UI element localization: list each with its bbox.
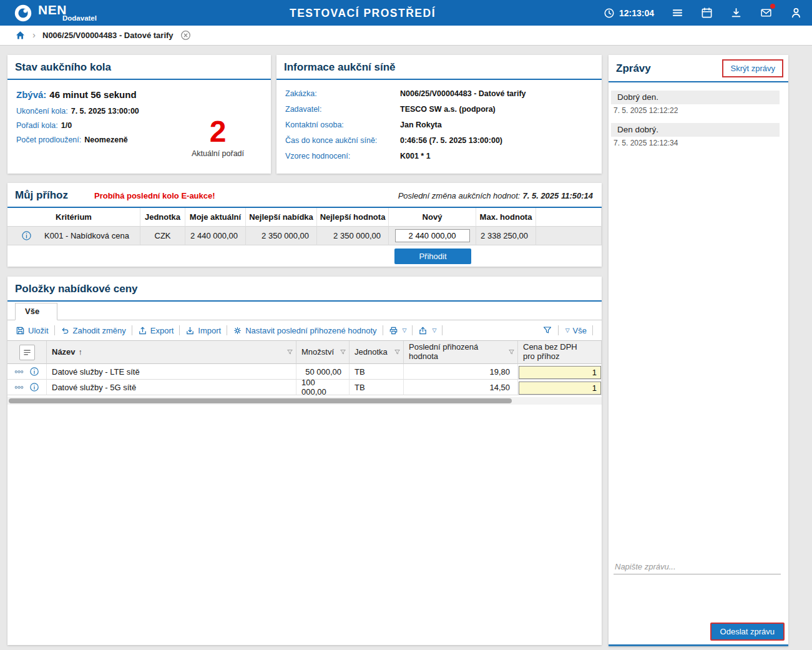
set-last-values-button[interactable]: Nastavit poslední přihozené hodnoty [231, 326, 378, 335]
gear-icon [233, 326, 242, 335]
auction-state-header: Stav aukčního kola [7, 55, 271, 80]
save-button[interactable]: Uložit [14, 326, 51, 335]
items-col-nazev[interactable]: Název ↑ [47, 341, 296, 364]
send-message-button[interactable]: Odeslat zprávu [710, 623, 785, 641]
nen-logo-icon [14, 4, 32, 22]
breadcrumb-separator: › [32, 29, 36, 40]
contracting-authority-field: Zadavatel: TESCO SW a.s. (podpora) [285, 105, 593, 114]
breadcrumb-item[interactable]: N006/25/V00004483 - Datové tarify [42, 31, 174, 40]
filter-funnel-icon[interactable] [286, 349, 293, 356]
item-price-input[interactable] [519, 366, 601, 379]
contract-value: N006/25/V00004483 - Datové tarify [400, 89, 526, 98]
user-role-label: Dodavatel [62, 14, 97, 22]
printer-icon [389, 326, 398, 335]
mail-icon[interactable] [760, 7, 773, 19]
toolbar-separator [442, 325, 443, 335]
info-icon[interactable] [21, 230, 32, 241]
filter-funnel-icon[interactable] [340, 349, 346, 356]
auction-info-title: Informace aukční síně [284, 61, 396, 74]
evaluation-formula-label: Vzorec hodnocení: [285, 152, 400, 160]
messages-header: Zprávy Skrýt zprávy [609, 55, 788, 82]
items-col-cena-bez-dph-label: Cena bez DPH pro příhoz [523, 343, 590, 362]
discard-changes-label: Zahodit změny [73, 326, 126, 335]
time-remaining: Zbývá:46 minut 56 sekund [16, 89, 262, 100]
auction-state-body: Zbývá:46 minut 56 sekund Ukončení kola:7… [7, 80, 271, 144]
my-bid-header: Můj příhoz Probíhá poslední kolo E-aukce… [7, 183, 602, 208]
filter-button[interactable] [541, 325, 554, 335]
evaluation-formula-field: Vzorec hodnocení: K001 * 1 [285, 152, 593, 160]
home-icon[interactable] [15, 30, 26, 41]
place-bid-button[interactable]: Přihodit [394, 249, 471, 264]
download-icon[interactable] [730, 7, 742, 19]
clock-icon [604, 7, 615, 19]
share-dropdown-icon[interactable]: ▽ [432, 327, 436, 333]
contact-person-value: Jan Rokyta [400, 121, 442, 129]
tab-all[interactable]: Vše [15, 303, 57, 320]
time-remaining-label: Zbývá: [16, 89, 46, 100]
toolbar-separator [132, 325, 132, 335]
info-icon[interactable] [29, 382, 39, 392]
column-chooser-button[interactable] [19, 345, 35, 360]
discard-changes-button[interactable]: Zahodit změny [59, 326, 128, 335]
last-change-info: Poslední změna aukčních hodnot:7. 5. 202… [398, 191, 595, 200]
share-button[interactable]: ▽ [416, 326, 438, 335]
item-price-input[interactable] [519, 382, 601, 395]
row-menu-icon[interactable] [14, 367, 24, 377]
calendar-icon[interactable] [701, 7, 713, 19]
row-menu-icon[interactable] [14, 383, 24, 392]
price-items-panel: Položky nabídkové ceny Vše Uložit Zahodi… [7, 277, 602, 645]
items-col-posledni-hodnota[interactable]: Poslední přihozená hodnota [404, 341, 518, 364]
hide-messages-button[interactable]: Skrýt zprávy [722, 59, 783, 77]
export-label: Export [150, 326, 174, 335]
bid-max-value-cell: 2 338 250,00 [476, 227, 536, 245]
bid-col-moje-aktualni: Moje aktuální [185, 208, 246, 227]
import-icon [185, 326, 195, 335]
filter-funnel-icon[interactable] [394, 349, 401, 356]
contract-field: Zakázka: N006/25/V00004483 - Datové tari… [285, 89, 593, 98]
message-text: Den dobrý. [611, 123, 780, 137]
breadcrumb-close-icon[interactable] [180, 30, 191, 41]
round-order-label: Pořadí kola: [16, 121, 58, 130]
message-input[interactable] [614, 559, 781, 574]
filter-all-dropdown[interactable]: ▽ Vše [562, 326, 589, 335]
message-item: Den dobrý. 7. 5. 2025 12:12:34 [611, 123, 780, 155]
info-icon[interactable] [29, 367, 39, 377]
print-button[interactable]: ▽ [387, 326, 409, 335]
toolbar-separator [558, 325, 559, 335]
set-last-values-label: Nastavit poslední přihozené hodnoty [245, 326, 376, 335]
items-col-cena-bez-dph[interactable]: Cena bez DPH pro příhoz [518, 341, 602, 364]
bid-col-nejlepsi-nabidka: Nejlepší nabídka [246, 208, 317, 227]
time-remaining-value: 46 minut 56 sekund [49, 89, 136, 100]
message-item: Dobrý den. 7. 5. 2025 12:12:22 [611, 91, 780, 123]
brand-area[interactable]: NEN [14, 0, 67, 26]
column-chooser-cell [7, 341, 47, 364]
new-bid-input[interactable] [395, 229, 470, 242]
message-list: Dobrý den. 7. 5. 2025 12:12:22 Den dobrý… [609, 82, 788, 155]
import-button[interactable]: Import [183, 326, 223, 335]
bid-row-filler-cell [536, 227, 602, 245]
horizontal-scrollbar-thumb[interactable] [9, 398, 512, 403]
bid-my-current-cell: 2 440 000,00 [185, 227, 246, 245]
items-col-nazev-label: Název [52, 348, 76, 357]
bid-col-nejlepsi-hodnota: Nejlepší hodnota [317, 208, 389, 227]
export-button[interactable]: Export [136, 326, 176, 335]
last-change-label: Poslední změna aukčních hodnot: [398, 191, 521, 200]
items-col-jednotka[interactable]: Jednotka [350, 341, 404, 364]
horizontal-scrollbar[interactable] [7, 397, 602, 405]
contact-person-label: Kontaktní osoba: [285, 121, 400, 129]
toolbar-separator [54, 325, 55, 335]
bid-criterion-name: K001 - Nabídková cena [44, 231, 129, 240]
items-col-mnozstvi[interactable]: Množství [296, 341, 350, 364]
user-profile-icon[interactable] [790, 7, 802, 19]
last-round-alert: Probíhá poslední kolo E-aukce! [94, 191, 215, 200]
filter-funnel-icon[interactable] [508, 349, 515, 356]
bid-unit-cell: CZK [140, 227, 185, 245]
items-toolbar: Uložit Zahodit změny Export [7, 320, 602, 340]
extensions-label: Počet prodloužení: [16, 135, 81, 144]
menu-hamburger-icon[interactable] [672, 7, 683, 19]
filter-funnel-icon [542, 325, 552, 335]
print-dropdown-icon[interactable]: ▽ [403, 327, 407, 333]
environment-title: TESTOVACÍ PROSTŘEDÍ [290, 6, 436, 19]
filter-all-dropdown-icon: ▽ [565, 327, 570, 333]
toolbar-separator [179, 325, 180, 335]
